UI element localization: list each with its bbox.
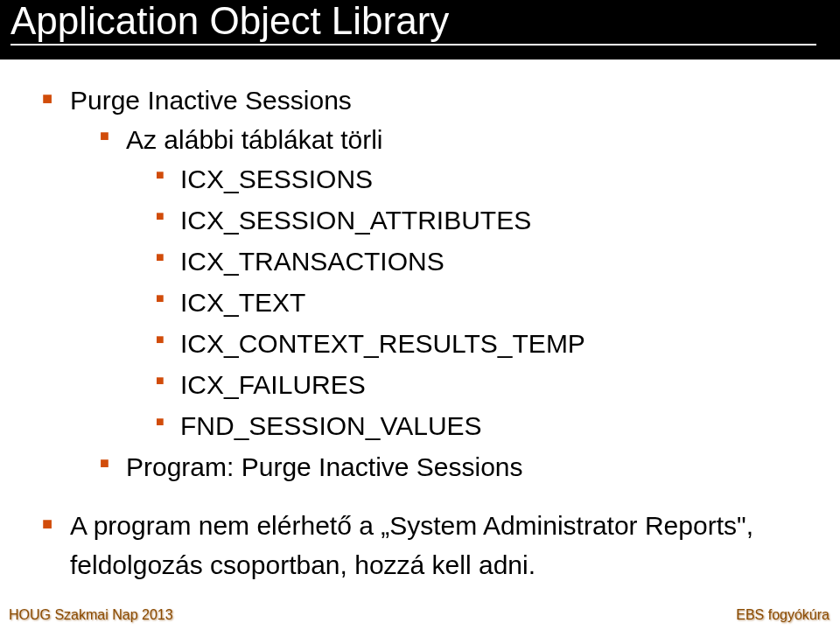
bullet-text: ICX_SESSION_ATTRIBUTES [180, 206, 531, 234]
spacer [42, 490, 814, 506]
bullet-item: ICX_SESSION_ATTRIBUTES [156, 200, 814, 240]
bullet-list-level1: Purge Inactive Sessions Az alábbi táblák… [42, 80, 814, 486]
bullet-item: FND_SESSION_VALUES [156, 406, 814, 445]
bullet-text: ICX_CONTEXT_RESULTS_TEMP [180, 329, 585, 358]
bullet-item: ICX_FAILURES [156, 365, 814, 404]
bullet-text: Program: Purge Inactive Sessions [126, 452, 523, 481]
bullet-item: ICX_TEXT [156, 283, 814, 322]
bullet-text: ICX_SESSIONS [180, 164, 373, 193]
footer-right-text: EBS fogyókúra [736, 607, 830, 623]
bullet-list-level2: Az alábbi táblákat törli ICX_SESSIONS IC… [70, 120, 814, 486]
bullet-item: Program: Purge Inactive Sessions [100, 447, 814, 486]
slide-title: Application Object Library [10, 2, 816, 46]
bullet-text: ICX_TEXT [180, 288, 305, 317]
bullet-text: FND_SESSION_VALUES [180, 411, 482, 440]
bullet-text: ICX_TRANSACTIONS [180, 247, 444, 276]
bullet-text: ICX_FAILURES [180, 370, 366, 399]
bullet-item: ICX_TRANSACTIONS [156, 242, 814, 281]
slide: Application Object Library Purge Inactiv… [0, 0, 840, 630]
bullet-text: Purge Inactive Sessions [70, 86, 352, 115]
footer-left-text: HOUG Szakmai Nap 2013 [9, 607, 173, 623]
bullet-list-level3: ICX_SESSIONS ICX_SESSION_ATTRIBUTES ICX_… [126, 159, 814, 445]
bullet-item: A program nem elérhető a „System Adminis… [42, 506, 814, 584]
slide-content: Purge Inactive Sessions Az alábbi táblák… [0, 60, 840, 584]
bullet-item: Az alábbi táblákat törli ICX_SESSIONS IC… [100, 120, 814, 445]
bullet-text: A program nem elérhető a „System Adminis… [70, 511, 753, 579]
title-bar: Application Object Library [0, 0, 840, 60]
bullet-item: ICX_SESSIONS [156, 159, 814, 199]
bullet-item: ICX_CONTEXT_RESULTS_TEMP [156, 324, 814, 363]
bullet-text: Az alábbi táblákat törli [126, 125, 383, 154]
bullet-list-level1: A program nem elérhető a „System Adminis… [42, 506, 814, 584]
bullet-item: Purge Inactive Sessions Az alábbi táblák… [42, 80, 814, 486]
